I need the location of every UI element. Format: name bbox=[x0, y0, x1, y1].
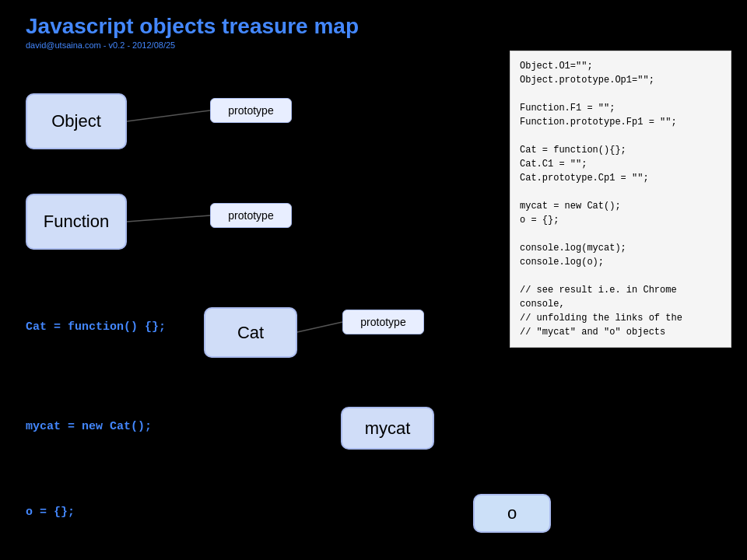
cat-def-label: Cat = function() {}; bbox=[26, 320, 166, 334]
page-title: Javascript objects treasure map bbox=[26, 14, 359, 39]
prototype-object: prototype bbox=[210, 98, 292, 123]
function-label: Function bbox=[44, 212, 109, 232]
prototype-cat: prototype bbox=[342, 310, 424, 334]
cat-label: Cat bbox=[237, 323, 264, 343]
prototype-function: prototype bbox=[210, 203, 292, 228]
info-line-5: Cat = function(){}; bbox=[520, 143, 721, 157]
info-line-1: Object.O1=""; bbox=[520, 59, 721, 73]
info-line-6: Cat.C1 = ""; bbox=[520, 157, 721, 171]
mycat-def-label: mycat = new Cat(); bbox=[26, 420, 152, 433]
mycat-label: mycat bbox=[365, 418, 411, 439]
object-node: Object bbox=[26, 93, 127, 149]
svg-line-2 bbox=[297, 322, 342, 332]
info-line-3: Function.F1 = ""; bbox=[520, 101, 721, 115]
o-def-label: o = {}; bbox=[26, 506, 75, 519]
info-line-11: console.log(o); bbox=[520, 255, 721, 269]
o-node: o bbox=[473, 494, 551, 533]
info-line-13: // unfolding the links of the bbox=[520, 311, 721, 325]
info-line-4: Function.prototype.Fp1 = ""; bbox=[520, 115, 721, 129]
info-line-10: console.log(mycat); bbox=[520, 241, 721, 255]
proto-object-label: prototype bbox=[228, 104, 273, 117]
function-node: Function bbox=[26, 194, 127, 250]
proto-function-label: prototype bbox=[228, 209, 273, 222]
page-subtitle: david@utsaina.com - v0.2 - 2012/08/25 bbox=[26, 40, 175, 50]
cat-node: Cat bbox=[204, 307, 297, 358]
info-line-14: // "mycat" and "o" objects bbox=[520, 325, 721, 339]
svg-line-0 bbox=[127, 110, 210, 121]
proto-cat-label: prototype bbox=[360, 316, 405, 328]
info-box: Object.O1=""; Object.prototype.Op1=""; F… bbox=[510, 51, 731, 348]
info-line-9: o = {}; bbox=[520, 213, 721, 227]
info-line-7: Cat.prototype.Cp1 = ""; bbox=[520, 171, 721, 185]
info-line-12: // see result i.e. in Chrome console, bbox=[520, 283, 721, 311]
object-label: Object bbox=[51, 111, 101, 131]
mycat-node: mycat bbox=[341, 407, 434, 450]
info-line-8: mycat = new Cat(); bbox=[520, 199, 721, 213]
svg-line-1 bbox=[127, 215, 210, 222]
info-line-2: Object.prototype.Op1=""; bbox=[520, 73, 721, 87]
o-label: o bbox=[507, 503, 517, 523]
